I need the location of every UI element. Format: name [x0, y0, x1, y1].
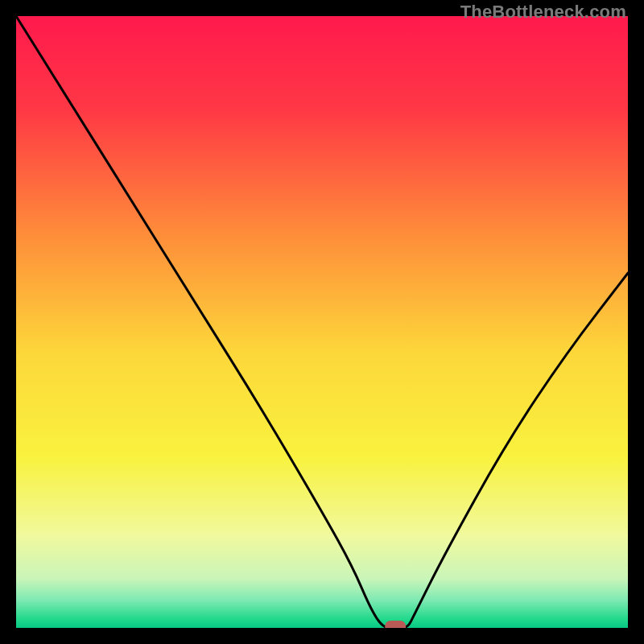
gradient-background: [16, 16, 628, 628]
chart-frame: [16, 16, 628, 628]
watermark-text: TheBottleneck.com: [460, 2, 626, 23]
optimal-marker: [385, 621, 406, 628]
bottleneck-chart: [16, 16, 628, 628]
